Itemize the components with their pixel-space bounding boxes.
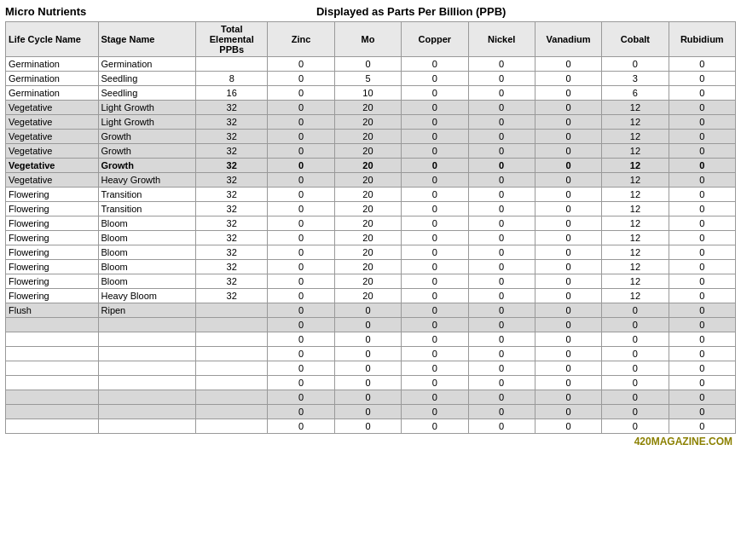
table-row: 0000000 — [6, 318, 736, 332]
table-row: FloweringTransition32020000120 — [6, 188, 736, 202]
table-cell: 0 — [602, 361, 669, 376]
table-cell: 20 — [334, 231, 401, 245]
table-cell: 0 — [468, 390, 535, 405]
table-cell: 0 — [334, 405, 401, 419]
table-cell: 0 — [268, 202, 334, 216]
table-cell: 0 — [669, 318, 735, 332]
table-cell: 0 — [602, 57, 669, 72]
table-row: FloweringBloom32020000120 — [6, 245, 736, 260]
table-cell: 0 — [268, 376, 334, 390]
table-row: VegetativeHeavy Growth32020000120 — [6, 173, 736, 188]
table-cell: 0 — [402, 202, 468, 216]
table-cell — [98, 318, 196, 332]
table-cell: 0 — [468, 274, 535, 289]
table-cell: 0 — [334, 57, 401, 72]
table-cell: 0 — [535, 57, 601, 72]
table-cell — [196, 390, 268, 405]
table-cell: 32 — [196, 144, 268, 159]
table-cell: 0 — [402, 101, 468, 115]
table-cell: 0 — [535, 390, 601, 405]
table-cell — [6, 318, 99, 332]
table-cell: 20 — [334, 274, 401, 289]
table-row: 0000000 — [6, 332, 736, 347]
table-cell: 0 — [268, 72, 334, 86]
table-cell: 0 — [402, 390, 468, 405]
table-cell: Growth — [98, 130, 196, 144]
table-cell — [196, 303, 268, 318]
table-cell: 0 — [535, 72, 601, 86]
table-cell: 20 — [334, 159, 401, 173]
table-cell: 0 — [268, 245, 334, 260]
table-cell: 0 — [669, 245, 735, 260]
table-cell — [98, 376, 196, 390]
table-cell: 0 — [669, 144, 735, 159]
table-cell: 0 — [402, 303, 468, 318]
table-cell: 12 — [602, 173, 669, 188]
table-cell: 0 — [268, 231, 334, 245]
table-row: VegetativeLight Growth32020000120 — [6, 101, 736, 115]
table-cell: 0 — [268, 419, 334, 434]
table-row: 0000000 — [6, 347, 736, 361]
table-cell: 32 — [196, 130, 268, 144]
table-cell — [196, 405, 268, 419]
table-row: FloweringTransition32020000120 — [6, 202, 736, 216]
col-header-total: Total Elemental PPBs — [196, 22, 268, 57]
table-cell: Germination — [98, 57, 196, 72]
table-cell: 0 — [402, 159, 468, 173]
table-cell: 0 — [402, 318, 468, 332]
table-cell: Flowering — [6, 289, 99, 303]
table-cell: 0 — [334, 303, 401, 318]
table-row: FloweringBloom32020000120 — [6, 260, 736, 274]
table-cell: Flowering — [6, 274, 99, 289]
table-cell: 0 — [535, 419, 601, 434]
table-row: FloweringBloom32020000120 — [6, 231, 736, 245]
table-cell: 0 — [268, 274, 334, 289]
table-cell: 0 — [268, 405, 334, 419]
table-cell: 0 — [268, 318, 334, 332]
table-cell: 0 — [268, 57, 334, 72]
table-header-row: Life Cycle Name Stage Name Total Element… — [6, 22, 736, 57]
table-cell: 0 — [535, 231, 601, 245]
table-cell: 12 — [602, 130, 669, 144]
table-cell: 0 — [268, 332, 334, 347]
table-cell: Flowering — [6, 202, 99, 216]
table-row: FloweringHeavy Bloom32020000120 — [6, 289, 736, 303]
table-cell: 0 — [669, 130, 735, 144]
table-cell: 0 — [669, 260, 735, 274]
table-cell — [6, 332, 99, 347]
table-cell: Light Growth — [98, 101, 196, 115]
table-cell: 0 — [402, 274, 468, 289]
table-cell: Germination — [6, 57, 99, 72]
table-cell — [6, 405, 99, 419]
table-cell: 0 — [268, 130, 334, 144]
table-cell: 0 — [334, 390, 401, 405]
table-row: 0000000 — [6, 390, 736, 405]
table-cell: 0 — [468, 289, 535, 303]
table-cell: 0 — [669, 390, 735, 405]
table-cell: 20 — [334, 130, 401, 144]
table-row: 0000000 — [6, 405, 736, 419]
table-cell: 0 — [268, 390, 334, 405]
table-cell — [196, 332, 268, 347]
table-cell: 0 — [669, 332, 735, 347]
table-cell: 0 — [535, 101, 601, 115]
table-cell: 20 — [334, 173, 401, 188]
table-row: FloweringBloom32020000120 — [6, 216, 736, 231]
table-cell: 0 — [602, 318, 669, 332]
table-cell: Flowering — [6, 260, 99, 274]
table-cell: 8 — [196, 72, 268, 86]
table-cell: 20 — [334, 115, 401, 130]
table-cell — [6, 419, 99, 434]
table-row: FloweringBloom32020000120 — [6, 274, 736, 289]
table-row: GerminationGermination0000000 — [6, 57, 736, 72]
table-cell: 0 — [602, 332, 669, 347]
table-cell — [98, 419, 196, 434]
table-cell — [196, 376, 268, 390]
table-cell: 0 — [669, 57, 735, 72]
table-cell: 32 — [196, 260, 268, 274]
table-cell: 0 — [535, 274, 601, 289]
table-cell: 0 — [535, 347, 601, 361]
table-cell: 0 — [669, 173, 735, 188]
table-cell: Flowering — [6, 231, 99, 245]
table-cell: 0 — [402, 130, 468, 144]
